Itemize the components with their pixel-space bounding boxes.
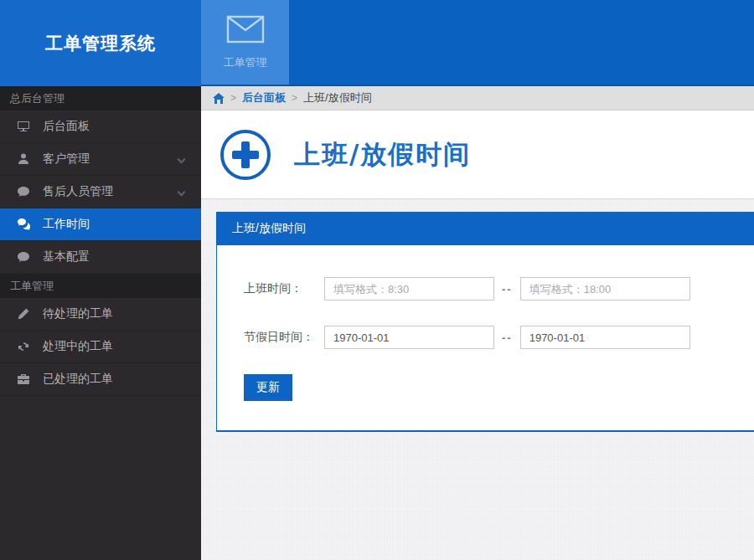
breadcrumb-separator: >: [230, 92, 236, 104]
panel-header: 上班/放假时间: [217, 212, 754, 245]
user-icon: [17, 152, 30, 166]
comment-icon: [17, 185, 30, 198]
pencil-icon: [17, 307, 30, 321]
sidebar-item-processing-orders[interactable]: 处理中的工单: [0, 331, 201, 363]
work-end-input[interactable]: [520, 277, 690, 301]
sidebar-item-label: 工作时间: [43, 217, 90, 232]
envelope-icon: [226, 15, 265, 47]
worktime-panel: 上班/放假时间 上班时间： -- 节假日时间： -- 更新: [216, 212, 754, 432]
app-logo: 工单管理系统: [0, 0, 201, 86]
sidebar-section-workorders: 工单管理: [0, 274, 201, 298]
chevron-down-icon: [178, 188, 186, 197]
holiday-row: 节假日时间： --: [244, 326, 754, 349]
sidebar-item-label: 已处理的工单: [43, 372, 113, 387]
home-icon[interactable]: [213, 93, 225, 104]
topbar: 工单管理: [201, 0, 754, 86]
sidebar-item-label: 基本配置: [43, 249, 90, 265]
sidebar-item-label: 后台面板: [43, 119, 90, 134]
sidebar-item-label: 待处理的工单: [43, 306, 113, 321]
main-content: 上班/放假时间 上班时间： -- 节假日时间： -- 更新: [201, 199, 754, 560]
sidebar-item-basic-config[interactable]: 基本配置: [0, 241, 201, 274]
app-window: 工单管理系统 总后台管理 后台面板 客户管理 售后人员管理: [0, 0, 754, 560]
page-title: 上班/放假时间: [294, 137, 471, 172]
page-header: 上班/放假时间: [201, 110, 754, 199]
holiday-end-input[interactable]: [520, 326, 690, 349]
range-separator: --: [502, 283, 513, 295]
sidebar-item-label: 客户管理: [43, 152, 90, 167]
work-time-label: 上班时间：: [244, 281, 324, 296]
topbar-module-label: 工单管理: [224, 55, 267, 70]
sidebar-item-work-time[interactable]: 工作时间: [0, 208, 201, 241]
app-title: 工单管理系统: [45, 32, 156, 55]
work-start-input[interactable]: [324, 277, 494, 301]
sidebar-section-admin: 总后台管理: [0, 86, 201, 110]
refresh-icon: [17, 340, 30, 353]
sidebar-item-label: 售后人员管理: [43, 184, 113, 199]
comments-icon: [17, 218, 30, 231]
briefcase-icon: [17, 372, 30, 386]
breadcrumb-link-dashboard[interactable]: 后台面板: [242, 90, 286, 105]
sidebar-item-completed-orders[interactable]: 已处理的工单: [0, 363, 201, 396]
sidebar: 工单管理系统 总后台管理 后台面板 客户管理 售后人员管理: [0, 0, 201, 560]
sidebar-item-customers[interactable]: 客户管理: [0, 143, 201, 176]
sidebar-item-dashboard[interactable]: 后台面板: [0, 110, 201, 143]
sidebar-item-aftersales-staff[interactable]: 售后人员管理: [0, 176, 201, 208]
comment-icon: [17, 250, 30, 264]
desktop-icon: [17, 120, 30, 133]
panel-body: 上班时间： -- 节假日时间： -- 更新: [217, 245, 754, 430]
chevron-down-icon: [178, 156, 186, 164]
work-time-row: 上班时间： --: [244, 277, 754, 301]
sidebar-item-pending-orders[interactable]: 待处理的工单: [0, 298, 201, 331]
holiday-start-input[interactable]: [324, 326, 494, 349]
range-separator: --: [502, 331, 513, 344]
update-button[interactable]: 更新: [244, 374, 292, 401]
holiday-label: 节假日时间：: [244, 330, 324, 345]
plus-circle-icon: [220, 130, 271, 180]
breadcrumb-separator: >: [292, 92, 297, 104]
topbar-module-workorders[interactable]: 工单管理: [201, 0, 289, 85]
breadcrumb-current: 上班/放假时间: [303, 90, 372, 105]
breadcrumb: > 后台面板 > 上班/放假时间: [201, 86, 754, 110]
sidebar-item-label: 处理中的工单: [43, 339, 113, 354]
